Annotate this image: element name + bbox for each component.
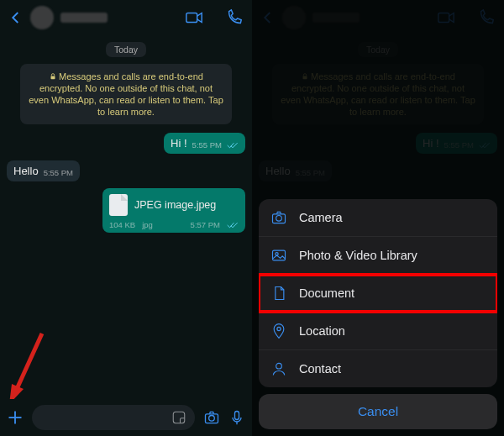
location-icon [270,323,287,339]
chat-header [252,0,504,35]
sticker-icon[interactable] [171,410,186,425]
contact-name-blurred[interactable] [60,13,108,23]
attach-label: Photo & Video Library [299,249,417,262]
attach-document[interactable]: Document [259,275,497,313]
svg-rect-1 [51,76,55,80]
cancel-button[interactable]: Cancel [259,394,497,429]
svg-rect-9 [235,412,239,420]
message-time: 5:55 PM [444,140,474,150]
read-ticks-icon [227,221,239,229]
read-ticks-icon [479,141,491,150]
svg-point-17 [277,327,281,330]
encryption-notice[interactable]: Messages and calls are end-to-end encryp… [20,64,232,124]
file-size: 104 KB [109,220,135,229]
mic-icon[interactable] [228,409,245,426]
date-chip: Today [358,42,398,57]
message-row: Hello 5:55 PM [7,160,245,181]
attach-camera[interactable]: Camera [259,199,497,237]
video-call-icon[interactable] [437,8,455,27]
camera-icon[interactable] [203,409,220,426]
message-text: Hello [13,165,39,177]
svg-point-18 [276,363,282,369]
avatar[interactable] [30,6,54,29]
attachment-sheet: Camera Photo & Video Library Document Lo… [259,199,497,429]
document-icon [270,285,287,302]
message-row: Hi ! 5:55 PM [7,133,245,154]
svg-rect-6 [173,412,185,423]
contact-icon [270,360,287,377]
attach-plus-icon[interactable] [7,409,24,426]
camera-icon [270,209,287,226]
chat-screen-left: Today Messages and calls are end-to-end … [0,0,252,436]
chat-body: Today Messages and calls are end-to-end … [0,35,252,399]
file-thumb-icon [109,194,128,216]
attach-photo-library[interactable]: Photo & Video Library [259,237,497,275]
file-bubble[interactable]: JPEG image.jpeg 104 KB jpg 5:57 PM [102,188,245,233]
back-icon[interactable] [260,10,276,25]
photo-icon [270,247,287,264]
encryption-text: Messages and calls are end-to-end encryp… [281,71,475,117]
message-input[interactable] [32,405,195,430]
file-ext: jpg [142,220,153,229]
svg-rect-11 [438,13,449,23]
message-text: Hi ! [423,137,439,150]
attach-location[interactable]: Location [259,313,497,350]
lock-icon [49,72,57,81]
incoming-bubble: Hello 5:55 PM [259,160,332,181]
attach-label: Camera [299,211,343,224]
back-icon[interactable] [8,10,24,25]
avatar[interactable] [282,6,306,29]
contact-name-blurred[interactable] [312,13,360,23]
chat-header [0,0,252,35]
attach-contact[interactable]: Contact [259,350,497,387]
svg-point-8 [209,416,215,422]
svg-rect-12 [303,76,307,80]
attachment-options: Camera Photo & Video Library Document Lo… [259,199,497,387]
encryption-notice: Messages and calls are end-to-end encryp… [272,64,484,124]
outgoing-bubble[interactable]: Hi ! 5:55 PM [164,133,245,154]
date-chip: Today [106,42,146,57]
message-time: 5:55 PM [192,140,222,150]
voice-call-icon[interactable] [477,8,496,27]
outgoing-bubble: Hi ! 5:55 PM [416,133,497,154]
message-time: 5:55 PM [296,168,325,177]
attach-label: Contact [299,362,341,376]
lock-icon [301,72,309,81]
attach-label: Location [299,324,345,338]
file-name: JPEG image.jpeg [134,199,216,211]
read-ticks-icon [227,141,239,150]
message-text: Hi ! [171,137,187,150]
svg-rect-15 [273,250,286,260]
attach-label: Document [299,286,354,300]
chat-screen-right: Today Messages and calls are end-to-end … [252,0,504,436]
incoming-bubble[interactable]: Hello 5:55 PM [7,160,80,181]
voice-call-icon[interactable] [225,8,244,27]
message-row: JPEG image.jpeg 104 KB jpg 5:57 PM [7,188,245,233]
message-row: Hi ! 5:55 PM [259,133,497,154]
file-time: 5:57 PM [191,220,220,229]
encryption-text: Messages and calls are end-to-end encryp… [29,71,223,117]
message-row: Hello 5:55 PM [259,160,497,181]
message-text: Hello [265,165,291,177]
svg-rect-0 [186,13,197,23]
message-time: 5:55 PM [44,168,73,177]
input-bar [0,399,252,436]
svg-point-14 [276,216,282,222]
video-call-icon[interactable] [185,8,203,27]
annotation-highlight [259,273,497,313]
